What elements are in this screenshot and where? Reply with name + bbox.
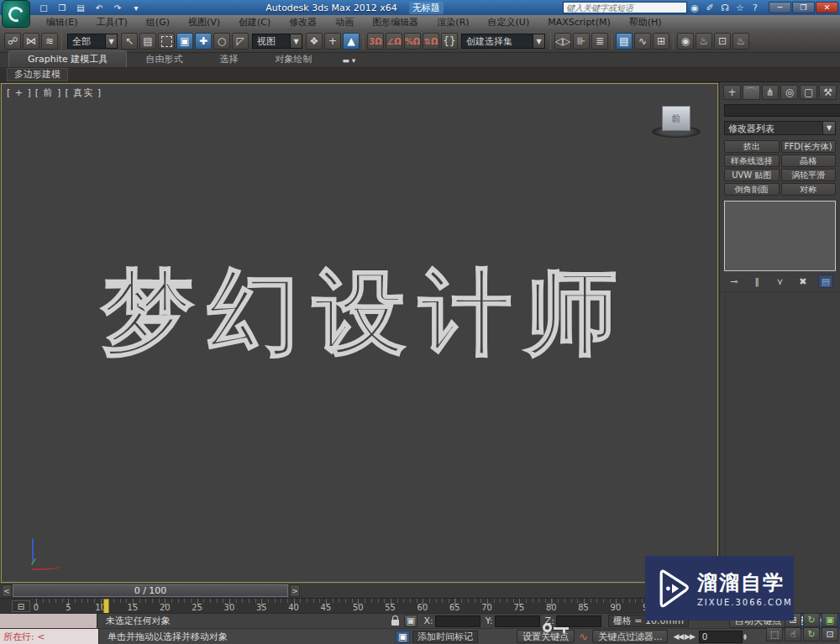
current-frame-field[interactable] — [699, 631, 743, 643]
time-slider-cursor[interactable] — [103, 599, 109, 614]
edit-named-selections-icon[interactable]: {} — [441, 33, 458, 50]
modifier-list-dropdown[interactable]: 修改器列表 ▼ — [724, 121, 836, 135]
ruler-number[interactable]: 55 — [385, 603, 396, 612]
modifier-button[interactable]: UVW 贴图 — [724, 169, 780, 181]
ribbon-minimize-icon[interactable]: ▬ ▾ — [342, 56, 355, 67]
front-viewport[interactable]: [ + ][ 前 ][ 真实 ] 梦幻设计师 前 — [1, 83, 718, 583]
make-unique-icon[interactable]: ⋎ — [773, 275, 788, 288]
named-selection-sets-dropdown[interactable]: 创建选择集 ▼ — [461, 34, 545, 49]
save-file-icon[interactable]: ▤ — [72, 2, 89, 13]
menu-item[interactable]: 动画 — [326, 15, 363, 30]
ruler-number[interactable]: 35 — [256, 603, 267, 612]
maxscript-listener-macro-line[interactable] — [0, 614, 97, 628]
search-icon[interactable]: ◉ — [687, 2, 702, 13]
playback-controls[interactable]: ◀◀ ▶▶ — [673, 632, 695, 641]
ribbon-tab-graphite[interactable]: Graphite 建模工具 — [8, 50, 127, 67]
configure-modifier-sets-icon[interactable]: ▤ — [818, 275, 833, 288]
modifier-button[interactable]: 晶格 — [781, 154, 837, 167]
remove-modifier-icon[interactable]: ✖ — [795, 275, 811, 288]
modifier-button[interactable]: FFD(长方体) — [781, 140, 837, 153]
help-icon[interactable]: ? — [748, 2, 763, 13]
menu-item[interactable]: 工具(T) — [87, 15, 137, 30]
y-coordinate-field[interactable] — [495, 615, 540, 627]
previous-frame-button[interactable]: < — [2, 584, 12, 597]
modifier-button[interactable]: 涡轮平滑 — [781, 169, 837, 181]
mini-curve-editor-icon[interactable]: ⊟ — [12, 600, 30, 612]
unlink-selection-icon[interactable]: ⋈ — [23, 33, 39, 50]
select-and-move-icon[interactable]: ✚ — [195, 33, 212, 50]
viewcube-face[interactable]: 前 — [662, 106, 690, 131]
x-coordinate-field[interactable] — [435, 615, 480, 627]
layer-manager-icon[interactable]: ≣ — [591, 33, 608, 50]
ruler-number[interactable]: 60 — [417, 603, 428, 612]
motion-tab-icon[interactable]: ◎ — [780, 85, 798, 100]
utilities-tab-icon[interactable]: ⚒ — [819, 85, 837, 100]
ruler-number[interactable]: 80 — [546, 603, 557, 612]
menu-item[interactable]: MAXScript(M) — [538, 15, 620, 30]
menu-item[interactable]: 自定义(U) — [479, 15, 539, 30]
key-mode-curve-icon[interactable]: ∿ — [579, 631, 588, 643]
menu-item[interactable]: 编辑(E) — [37, 15, 87, 30]
selection-region-icon[interactable] — [158, 33, 175, 50]
zoom-region-icon[interactable]: ⬚ — [766, 627, 783, 641]
schematic-view-icon[interactable]: ⊞ — [653, 33, 669, 50]
ruler-number[interactable]: 90 — [611, 603, 622, 612]
show-end-result-icon[interactable]: ‖ — [749, 275, 764, 288]
ruler-number[interactable]: 15 — [128, 603, 139, 612]
zoom-extents-icon[interactable]: ↻ — [803, 613, 820, 627]
window-crossing-icon[interactable]: ▣ — [176, 33, 193, 50]
orbit-icon[interactable]: ↻ — [803, 627, 820, 641]
modifier-stack-list[interactable] — [724, 201, 836, 271]
communication-center-icon[interactable]: ☊ — [717, 2, 732, 13]
next-frame-button[interactable]: > — [290, 584, 300, 597]
search-input[interactable] — [563, 2, 687, 13]
ruler-number[interactable]: 25 — [192, 603, 202, 612]
ruler-number[interactable]: 85 — [578, 603, 589, 612]
chevron-down-icon[interactable]: ▼ — [822, 122, 835, 134]
ruler-number[interactable]: 50 — [353, 603, 364, 612]
align-icon[interactable]: ⊪ — [573, 33, 590, 50]
chevron-down-icon[interactable]: ▼ — [533, 34, 544, 48]
maximize-button[interactable]: ❐ — [792, 2, 815, 13]
select-and-scale-icon[interactable]: ◸ — [232, 33, 249, 50]
ruler-number[interactable]: 65 — [449, 603, 460, 612]
pan-hand-icon[interactable]: ☝ — [785, 627, 801, 641]
open-file-icon[interactable]: ❒ — [54, 2, 71, 13]
ruler-number[interactable]: 70 — [481, 603, 492, 612]
modifier-button[interactable]: 样条线选择 — [724, 154, 780, 167]
select-and-manipulate-icon[interactable]: + — [324, 33, 341, 50]
ruler-number[interactable]: 5 — [66, 603, 71, 612]
new-file-icon[interactable]: □ — [35, 2, 52, 13]
rendered-frame-icon[interactable]: ⊡ — [714, 33, 731, 50]
percent-snap-icon[interactable]: %Ω — [404, 33, 421, 50]
modify-tab-icon[interactable]: ⌒ — [743, 85, 760, 100]
menu-item[interactable]: 视图(V) — [179, 15, 229, 30]
select-and-link-icon[interactable]: ☍ — [4, 33, 21, 50]
selection-filter-dropdown[interactable]: 全部 ▼ — [67, 34, 118, 49]
curve-editor-icon[interactable]: ∿ — [634, 33, 651, 50]
menu-item[interactable]: 帮助(H) — [620, 15, 671, 30]
menu-item[interactable]: 渲染(R) — [428, 15, 478, 30]
select-object-icon[interactable]: ↖ — [121, 33, 138, 50]
graphite-ribbon-toggle-icon[interactable]: ▤ — [616, 33, 633, 50]
ruler-number[interactable]: 30 — [224, 603, 235, 612]
ribbon-tab-freeform[interactable]: 自由形式 — [127, 51, 201, 67]
material-editor-icon[interactable]: ◉ — [677, 33, 694, 50]
close-button[interactable]: ✕ — [816, 2, 838, 13]
redo-icon[interactable]: ↷ — [109, 2, 126, 13]
pin-stack-icon[interactable]: ⊸ — [727, 275, 742, 288]
ruler-number[interactable]: 75 — [514, 603, 525, 612]
ribbon-tab-object-paint[interactable]: 对象绘制 — [256, 51, 330, 67]
render-setup-icon[interactable]: ♨ — [696, 33, 712, 50]
menu-item[interactable]: 图形编辑器 — [363, 15, 428, 30]
modifier-button[interactable]: 挤出 — [724, 140, 780, 153]
wrench-icon[interactable]: ✐ — [702, 2, 717, 13]
favorites-star-icon[interactable]: ☆ — [732, 2, 748, 13]
object-name-field[interactable] — [724, 104, 840, 117]
chevron-down-icon[interactable]: ▼ — [290, 34, 302, 48]
selection-lock-icon[interactable] — [388, 615, 402, 627]
use-pivot-center-icon[interactable]: ❖ — [306, 33, 323, 50]
bind-to-space-warp-icon[interactable]: ≋ — [41, 33, 58, 50]
chevron-down-icon[interactable]: ▼ — [105, 34, 117, 48]
absolute-offset-toggle-icon[interactable]: ▣ — [404, 615, 418, 627]
